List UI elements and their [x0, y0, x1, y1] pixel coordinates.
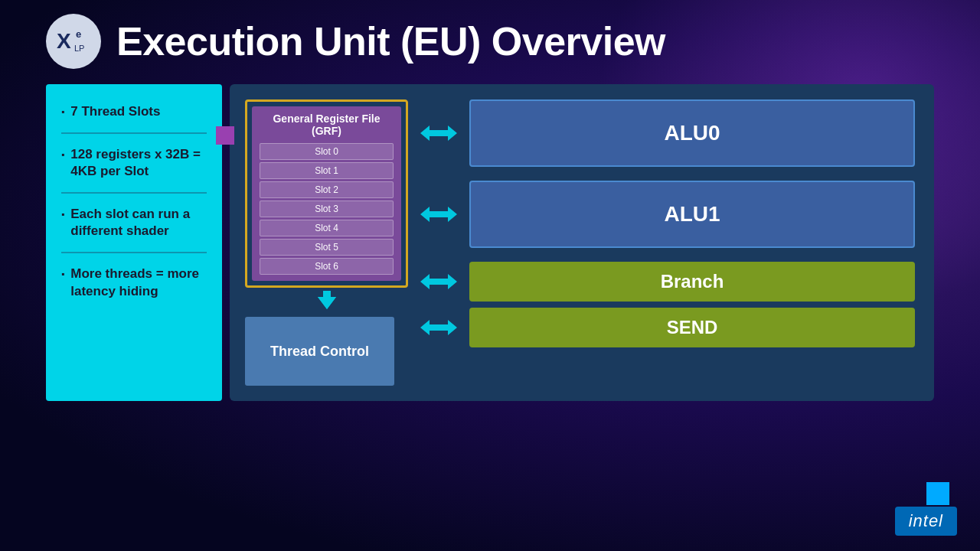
divider-1 [61, 132, 207, 134]
header: X e LP Execution Unit (EU) Overview [0, 0, 980, 77]
bullet-icon-4: ▪ [61, 269, 64, 281]
bullet-icon-3: ▪ [61, 209, 64, 221]
svg-marker-8 [420, 320, 457, 335]
divider-2 [61, 192, 207, 194]
thread-control-label: Thread Control [270, 344, 369, 360]
divider-3 [61, 252, 207, 253]
intel-badge: intel [895, 507, 957, 536]
purple-accent-decoration [216, 126, 234, 145]
send-label: SEND [667, 317, 718, 338]
svg-marker-7 [420, 274, 457, 289]
bullet-item-2: ▪ 128 registers x 32B = 4KB per Slot [61, 146, 207, 180]
left-col: General Register File (GRF) Slot 0 Slot … [245, 99, 408, 386]
send-box: SEND [469, 308, 915, 347]
alu0-row: ALU0 [420, 99, 915, 167]
svg-text:LP: LP [74, 44, 84, 53]
alu1-label: ALU1 [664, 202, 720, 227]
intel-label: intel [909, 511, 943, 530]
alu0-label: ALU0 [664, 121, 720, 145]
arrow-alu0 [420, 122, 458, 144]
alu0-box: ALU0 [469, 99, 915, 167]
logo-circle: X e LP [46, 14, 101, 69]
grf-slot-0: Slot 0 [260, 143, 394, 160]
intel-logo-area: intel [895, 482, 957, 536]
bullet-item-4: ▪ More threads = more latency hiding [61, 266, 207, 299]
main-content: ▪ 7 Thread Slots ▪ 128 registers x 32B =… [0, 84, 980, 401]
grf-title: General Register File (GRF) [260, 112, 394, 137]
down-arrow-icon [313, 291, 341, 309]
svg-text:X: X [57, 29, 71, 53]
vertical-arrow [245, 291, 408, 309]
left-panel: ▪ 7 Thread Slots ▪ 128 registers x 32B =… [46, 84, 222, 401]
diagram-container: General Register File (GRF) Slot 0 Slot … [230, 84, 934, 401]
xe-logo-icon: X e LP [53, 21, 95, 63]
alu1-row: ALU1 [420, 181, 915, 248]
grf-slot-2: Slot 2 [260, 181, 394, 198]
grf-outer-border: General Register File (GRF) Slot 0 Slot … [245, 99, 408, 288]
grf-slot-5: Slot 5 [260, 239, 394, 256]
alu1-box: ALU1 [469, 181, 915, 248]
branch-box: Branch [469, 262, 915, 302]
grf-slot-1: Slot 1 [260, 162, 394, 179]
svg-text:e: e [76, 28, 81, 40]
grf-slot-4: Slot 4 [260, 220, 394, 236]
thread-control-box: Thread Control [245, 317, 394, 386]
svg-marker-5 [420, 126, 457, 141]
grf-box: General Register File (GRF) Slot 0 Slot … [252, 106, 401, 281]
bullet-icon-1: ▪ [61, 106, 64, 119]
branch-label: Branch [661, 271, 724, 292]
page-title: Execution Unit (EU) Overview [116, 18, 665, 64]
send-row: SEND [420, 308, 915, 347]
intel-square-decoration [926, 482, 949, 505]
arrow-alu1 [420, 204, 458, 225]
svg-marker-6 [420, 207, 457, 222]
branch-row: Branch [420, 262, 915, 302]
arrow-branch [420, 271, 458, 292]
arrow-send [420, 317, 458, 338]
bullet-item-1: ▪ 7 Thread Slots [61, 103, 207, 120]
bullet-item-3: ▪ Each slot can run a different shader [61, 206, 207, 240]
grf-slot-6: Slot 6 [260, 258, 394, 275]
diagram-area: General Register File (GRF) Slot 0 Slot … [230, 84, 934, 401]
right-section: ALU0 ALU1 [420, 99, 915, 347]
grf-slot-3: Slot 3 [260, 201, 394, 217]
bullet-icon-2: ▪ [61, 149, 64, 161]
slide: X e LP Execution Unit (EU) Overview ▪ 7 … [0, 0, 980, 551]
svg-marker-4 [318, 291, 336, 309]
